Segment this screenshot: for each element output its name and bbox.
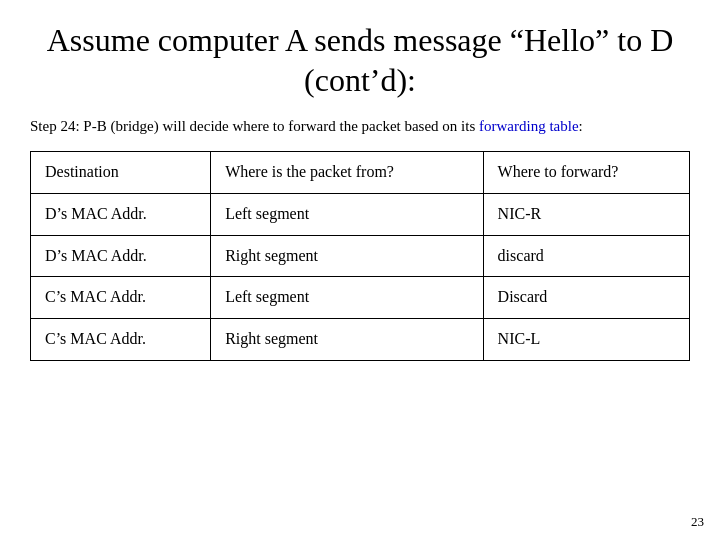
row4-from: Right segment — [211, 319, 483, 361]
table-header-row: Destination Where is the packet from? Wh… — [31, 152, 690, 194]
table-row: D’s MAC Addr. Left segment NIC-R — [31, 193, 690, 235]
row3-forward: Discard — [483, 277, 689, 319]
step-prefix: Step 24: P-B (bridge) will decide where … — [30, 118, 479, 134]
col-header-forward: Where to forward? — [483, 152, 689, 194]
step-highlight: forwarding table — [479, 118, 579, 134]
row4-forward: NIC-L — [483, 319, 689, 361]
row2-from: Right segment — [211, 235, 483, 277]
row2-forward: discard — [483, 235, 689, 277]
table-row: C’s MAC Addr. Left segment Discard — [31, 277, 690, 319]
row3-dest: C’s MAC Addr. — [31, 277, 211, 319]
col-header-destination: Destination — [31, 152, 211, 194]
page-number: 23 — [691, 514, 704, 530]
slide-container: Assume computer A sends message “Hello” … — [0, 0, 720, 540]
row1-dest: D’s MAC Addr. — [31, 193, 211, 235]
table-row: D’s MAC Addr. Right segment discard — [31, 235, 690, 277]
row4-dest: C’s MAC Addr. — [31, 319, 211, 361]
row2-dest: D’s MAC Addr. — [31, 235, 211, 277]
step-suffix: : — [579, 118, 583, 134]
forwarding-table: Destination Where is the packet from? Wh… — [30, 151, 690, 361]
row3-from: Left segment — [211, 277, 483, 319]
row1-forward: NIC-R — [483, 193, 689, 235]
slide-title: Assume computer A sends message “Hello” … — [30, 20, 690, 100]
step-description: Step 24: P-B (bridge) will decide where … — [30, 116, 690, 137]
col-header-from: Where is the packet from? — [211, 152, 483, 194]
row1-from: Left segment — [211, 193, 483, 235]
table-row: C’s MAC Addr. Right segment NIC-L — [31, 319, 690, 361]
